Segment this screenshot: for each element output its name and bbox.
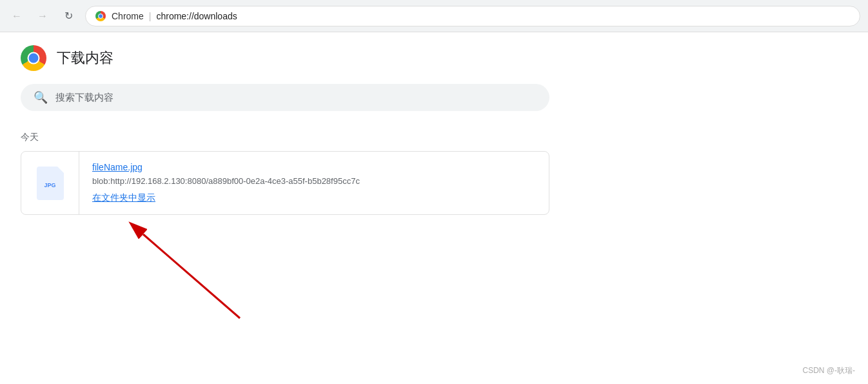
address-url: chrome://downloads [156,11,237,21]
download-filename[interactable]: fileName.jpg [92,162,536,172]
search-input[interactable]: 搜索下载内容 [55,92,113,104]
site-icon [95,10,106,22]
address-bar[interactable]: Chrome | chrome://downloads [85,6,860,26]
main-content: 下载内容 🔍 搜索下载内容 今天 JPG fileName.jpg blob:h… [0,32,868,384]
page-title: 下载内容 [57,48,113,68]
download-thumbnail: JPG [21,152,79,214]
download-card: JPG fileName.jpg blob:http://192.168.2.1… [21,151,549,215]
address-divider: | [149,11,152,21]
search-wrapper: 🔍 搜索下载内容 [0,84,868,126]
watermark: CSDN @-耿瑞- [802,365,855,376]
chrome-logo-icon [21,45,46,71]
refresh-button[interactable]: ↻ [59,7,77,25]
file-icon: JPG [37,167,64,200]
browser-chrome: ← → ↻ Chrome | chrome://downloads [0,0,868,32]
section-today: 今天 [0,126,868,151]
annotation-area [21,215,549,331]
show-in-folder-link[interactable]: 在文件夹中显示 [92,192,536,204]
page-header: 下载内容 [0,32,868,84]
back-button[interactable]: ← [8,7,26,25]
address-brand: Chrome [112,11,144,21]
search-icon: 🔍 [34,90,48,105]
svg-line-1 [143,234,240,318]
arrow-annotation [72,215,330,331]
search-bar[interactable]: 🔍 搜索下载内容 [21,84,549,111]
file-type-label: JPG [44,182,55,188]
forward-button[interactable]: → [34,7,52,25]
download-info: fileName.jpg blob:http://192.168.2.130:8… [79,152,549,214]
page-content: 下载内容 🔍 搜索下载内容 今天 JPG fileName.jpg blob:h… [0,32,868,384]
download-url: blob:http://192.168.2.130:8080/a889bf00-… [92,176,536,186]
